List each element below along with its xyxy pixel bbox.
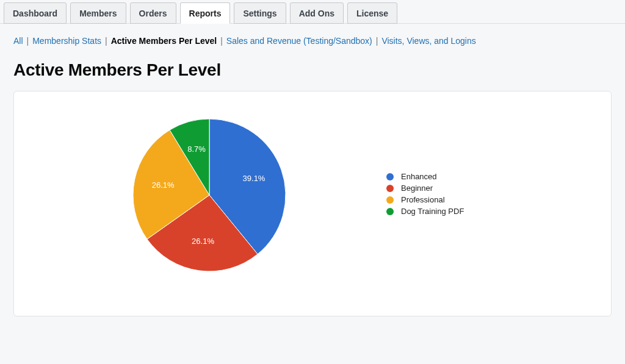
subnav-separator: | xyxy=(27,36,29,46)
tab-orders[interactable]: Orders xyxy=(130,2,176,24)
pie-slice-label: 26.1% xyxy=(192,237,214,246)
subnav-item-membership-stats[interactable]: Membership Stats xyxy=(32,36,101,46)
chart-panel: 39.1%26.1%26.1%8.7% EnhancedBeginnerProf… xyxy=(13,91,612,316)
subnav-separator: | xyxy=(220,36,223,46)
legend-label: Beginner xyxy=(401,184,433,193)
legend-item-enhanced[interactable]: Enhanced xyxy=(386,172,464,181)
legend-label: Dog Training PDF xyxy=(401,207,464,216)
tab-license[interactable]: License xyxy=(347,2,397,24)
legend-item-professional[interactable]: Professional xyxy=(386,195,464,204)
pie-slice-label: 26.1% xyxy=(152,180,175,190)
tab-reports[interactable]: Reports xyxy=(180,2,231,24)
tab-add-ons[interactable]: Add Ons xyxy=(290,2,344,24)
pie-chart: 39.1%26.1%26.1%8.7% xyxy=(32,116,386,274)
chart-legend: EnhancedBeginnerProfessionalDog Training… xyxy=(386,172,464,218)
subnav-separator: | xyxy=(376,36,378,46)
nav-tabs: DashboardMembersOrdersReportsSettingsAdd… xyxy=(0,0,625,24)
legend-swatch xyxy=(386,185,394,192)
pie-slice-label: 8.7% xyxy=(187,145,206,154)
legend-item-beginner[interactable]: Beginner xyxy=(386,184,464,193)
page-title: Active Members Per Level xyxy=(13,60,612,80)
tab-dashboard[interactable]: Dashboard xyxy=(4,2,67,24)
pie-slice-label: 39.1% xyxy=(243,174,266,183)
reports-subnav: All|Membership Stats|Active Members Per … xyxy=(13,36,612,46)
subnav-item-sales-and-revenue-testing-sandbox-[interactable]: Sales and Revenue (Testing/Sandbox) xyxy=(226,36,372,46)
tab-settings[interactable]: Settings xyxy=(234,2,286,24)
legend-swatch xyxy=(386,196,394,204)
legend-swatch xyxy=(386,173,394,180)
subnav-item-visits-views-and-logins[interactable]: Visits, Views, and Logins xyxy=(381,36,475,46)
legend-swatch xyxy=(386,208,394,215)
tab-members[interactable]: Members xyxy=(70,2,126,24)
legend-item-dog-training-pdf[interactable]: Dog Training PDF xyxy=(386,207,464,216)
subnav-separator: | xyxy=(105,36,107,46)
legend-label: Professional xyxy=(401,195,445,204)
legend-label: Enhanced xyxy=(401,172,437,181)
subnav-item-all[interactable]: All xyxy=(13,36,23,46)
subnav-item-active-members-per-level: Active Members Per Level xyxy=(111,36,217,46)
